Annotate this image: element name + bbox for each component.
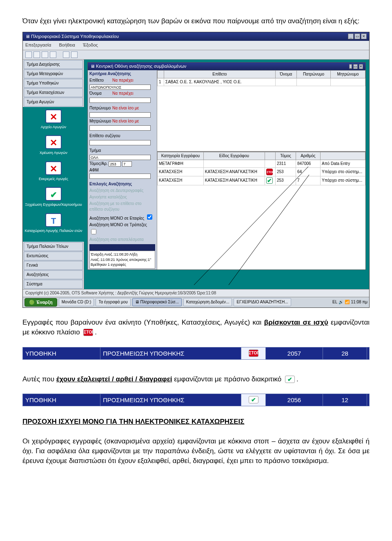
cell-cat: ΜΕΤΑΓΡΑΦΗ (158, 160, 204, 167)
cell-ar: 64 (296, 167, 321, 176)
sub-max[interactable]: ▭ (353, 64, 358, 69)
results-grid: Επίθετο Όνομα Πατρώνυμο Μητρώνυμο 1 ΣΑΒΑ… (157, 70, 365, 269)
cell-kind (203, 160, 265, 167)
start-button[interactable]: 🟢 Έναρξη (24, 298, 57, 307)
crit-hint: Να είναι ίσο με (112, 106, 139, 110)
menu-help[interactable]: Βοήθεια (59, 42, 75, 47)
crit-ar-input[interactable]: 7 (122, 161, 132, 167)
left-menu-item[interactable]: Αναζητήσεις (24, 270, 83, 279)
blue-row-check: ΥΠΟΘΗΚΗ ΠΡΟΣΗΜΕΙΩΣΗ ΥΠΟΘΗΚΗΣ ✔ 2056 12 (22, 394, 370, 406)
left-menu-item[interactable]: Τμήμα Υποθηκών (24, 79, 83, 88)
b2-c1: ΥΠΟΘΗΚΗ (23, 394, 100, 406)
toolbar-btn-2[interactable] (33, 51, 40, 58)
left-menu-item[interactable]: Εκτυπώσεις (24, 252, 83, 260)
toolbar-btn-6[interactable] (71, 51, 78, 58)
task-btn[interactable]: Τα έγγραφά μου (96, 298, 130, 306)
paragraph-2: Αυτές που έχουν εξαλειφτεί / αρθεί / δια… (22, 374, 370, 384)
left-menu-item[interactable]: Τμήμα Κατασχέσεων (24, 88, 83, 97)
table-row[interactable]: ΚΑΤΑΣΧΕΣΗ ΚΑΤΑΣΧΕΣΗ ΑΝΑΓΚΑΣΤΙΚΗ ✔ 253 7 … (158, 176, 365, 185)
toolbar-btn-5[interactable] (63, 51, 69, 58)
cell-kind: ΚΑΤΑΣΧΕΣΗ ΑΝΑΓΚΑΣΤΙΚΗ (203, 176, 265, 185)
cell-note: Από Data Entry (321, 160, 365, 167)
icon-pending[interactable]: Εκκρεμείς Αγωγές (24, 161, 82, 182)
icon-register-old[interactable]: Καταχώριση Αγωγής Παλαιών ετών (24, 213, 82, 234)
b2-icon-cell: ✔ (241, 394, 266, 406)
crit-tomos-input[interactable]: 253 (109, 161, 121, 167)
opt-label: Αγνοήστε καταλήξεις (89, 195, 127, 199)
task-btn-active[interactable]: 🖥 Πληροφοριακό Σύσ... (132, 298, 182, 306)
crit-spouse-input[interactable] (89, 140, 151, 145)
sub-close[interactable]: ✕ (359, 64, 363, 69)
col-epitheto: Επίθετο (164, 70, 276, 78)
opt-label: Αναζήτηση με το επίθετο στο επίθετο συζύ… (89, 201, 142, 212)
col-ar: Αριθμός (296, 152, 321, 160)
task-btn[interactable]: Μονάδα CD (D:) (59, 298, 94, 306)
toolbar-btn-1[interactable] (25, 51, 32, 58)
table-row[interactable]: 1 ΣΑΒΑΣ Ο.Ε. Σ. ΚΑΚΟΥΛΙΔΗΣ , ΥΙΟΣ Ο.Ε. (158, 78, 365, 86)
icon-label: Καταχώριση Αγωγής Παλαιών ετών (24, 228, 82, 234)
opt-companies-checkbox[interactable] (147, 214, 152, 220)
search-window-title: Κεντρική Οθόνη αναζήτησης συμβαλλομένων (96, 64, 186, 69)
table-row[interactable]: ΚΑΤΑΣΧΕΣΗ ΚΑΤΑΣΧΕΣΗ ΑΝΑΓΚΑΣΤΙΚΗ ΣΤΟΠ 253… (158, 167, 365, 176)
cell-kind: ΚΑΤΑΣΧΕΣΗ ΑΝΑΓΚΑΣΤΙΚΗ (203, 167, 265, 176)
crit-afm-input[interactable] (89, 174, 151, 179)
paragraph-1: Εγγραφές που βαραίνουν ένα ακίνητο (Υποθ… (22, 318, 370, 337)
col-mitronymo: Μητρώνυμο (331, 70, 365, 78)
left-menu-item[interactable]: Τμήμα Αγωγών (24, 98, 83, 107)
opt-banks-checkbox[interactable] (91, 229, 96, 234)
info-title: Πληροφορίες Αναζήτησης (91, 245, 141, 249)
attention-heading: ΠΡΟΣΟΧΗ ΙΣΧΥΕΙ ΜΟΝΟ ΓΙΑ ΤΗΝ ΗΛΕΚΤΡΟΝΙΚΕΣ… (22, 417, 370, 427)
crit-spouse-label: Επίθετο συζύγου (89, 134, 120, 138)
paragraph-3: Οι χειρόγραφες εγγραφές (σκαναρισμένα αρ… (22, 436, 370, 465)
info-text: Έναρξη Αναζ.:11:08:20 Λήξη Αναζ.:11:08:2… (89, 251, 155, 269)
menu-exit[interactable]: Έξοδος (83, 42, 98, 47)
close-button[interactable]: ✕ (361, 33, 367, 39)
toolbar-btn-3[interactable] (42, 51, 48, 58)
left-menu-item[interactable]: Σύστημα (24, 280, 83, 289)
icon-label: Ξεχρέωση Εγγράφων/Χαρτοσήμου (24, 202, 82, 207)
crit-epitheto-input[interactable]: ΑΝΤΩΝΟΠΟΥΛΟΣ (89, 85, 151, 90)
crit-onoma-input[interactable] (89, 98, 151, 103)
search-window: 🖥 Κεντρική Οθόνη αναζήτησης συμβαλλομένω… (87, 62, 366, 270)
opt-label: Αναζήτηση ΜΟΝΟ σε Τράπεζες (89, 223, 147, 227)
b1-icon-cell: ΣΤΟΠ (241, 347, 266, 359)
task-btn[interactable]: ΕΓΧΕΙΡΙΔΙΟ ΑΝΑΖΗΤΗΣΗ... (234, 298, 291, 306)
minimize-button[interactable]: _ (348, 33, 354, 39)
left-menu-item[interactable]: Τμήμα Παλαιών Τίτλων (24, 242, 83, 251)
cell-ar: 847006 (296, 160, 321, 167)
col-patronymo: Πατρώνυμο (296, 70, 330, 78)
maximize-button[interactable]: ▭ (354, 33, 360, 39)
icon-archive[interactable]: Αρχείο Αγωγών (24, 109, 82, 130)
crit-tmima-select[interactable]: ΟΛΑ (89, 155, 151, 160)
stop-icon: ΣΤΟΠ (249, 350, 258, 357)
cell-ar: 7 (296, 176, 321, 185)
crit-mitronymo-input[interactable] (89, 125, 151, 131)
icon-charge[interactable]: Χρέωση Αγωγών (24, 135, 82, 156)
crit-patronymo-input[interactable] (89, 112, 151, 118)
col-icon (265, 152, 276, 160)
col-kind: Είδος Εγγράφου (203, 152, 265, 160)
archive-icon (45, 109, 62, 123)
left-menu-item[interactable]: Τμήμα Διαχείρισης (24, 60, 83, 69)
b1-c2: ΠΡΟΣΗΜΕΙΩΣΗ ΥΠΟΘΗΚΗΣ (100, 347, 241, 359)
left-menu-top: Τμήμα Διαχείρισης Τμήμα Μεταγραφών Τμήμα… (23, 60, 84, 107)
icon-uncharge[interactable]: Ξεχρέωση Εγγράφων/Χαρτοσήμου (24, 187, 82, 207)
search-window-titlebar: 🖥 Κεντρική Οθόνη αναζήτησης συμβαλλομένω… (88, 62, 365, 70)
task-btn[interactable]: Καταχώρηση Δεδομέν... (183, 298, 232, 306)
left-menu-item[interactable]: Τμήμα Μεταγραφών (24, 69, 83, 78)
cell-note: Υπάρχει στο σύστημ... (321, 167, 365, 176)
crit-onoma-label: Όνομα (89, 91, 112, 96)
crit-mitronymo-label: Μητρώνυμο (89, 118, 112, 124)
status-bar: Copyright (c) 2004-2005, OTS Software Χρ… (23, 289, 369, 297)
menu-edit[interactable]: Επεξεργασία (25, 42, 51, 47)
b2-c4: 2056 (266, 394, 323, 406)
uncharge-icon (45, 187, 62, 201)
check-icon: ✔ (266, 177, 273, 184)
table-row[interactable]: ΜΕΤΑΓΡΑΦΗ 2311 847006 Από Data Entry (158, 160, 365, 167)
sub-min[interactable]: _ (349, 64, 352, 69)
crit-afm-label: ΑΦΜ (89, 168, 99, 172)
icon-label: Εκκρεμείς Αγωγές (24, 176, 82, 182)
toolbar-btn-4[interactable] (50, 51, 56, 58)
left-menu-item[interactable]: Γενικά (24, 261, 83, 270)
cell-tomos: 253 (276, 167, 296, 176)
